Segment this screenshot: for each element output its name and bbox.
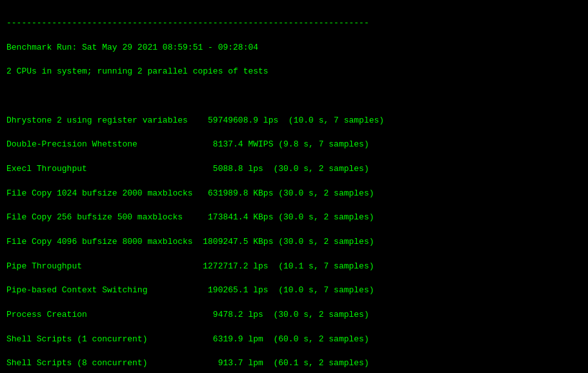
result-row-10: Shell Scripts (8 concurrent) 913.7 lpm (…: [6, 358, 369, 368]
header-line2: 2 CPUs in system; running 2 parallel cop…: [6, 66, 269, 76]
result-row-7: Pipe-based Context Switching 190265.1 lp…: [6, 285, 374, 295]
result-row-2: Execl Throughput 5088.8 lps (30.0 s, 2 s…: [6, 164, 369, 174]
result-row-8: Process Creation 9478.2 lps (30.0 s, 2 s…: [6, 310, 369, 319]
result-row-3: File Copy 1024 bufsize 2000 maxblocks 63…: [6, 188, 374, 198]
result-row-9: Shell Scripts (1 concurrent) 6319.9 lpm …: [6, 334, 369, 344]
separator-top: ----------------------------------------…: [6, 18, 369, 28]
result-row-4: File Copy 256 bufsize 500 maxblocks 1738…: [6, 212, 374, 222]
result-row-0: Dhrystone 2 using register variables 597…: [6, 116, 384, 125]
header-line1: Benchmark Run: Sat May 29 2021 08:59:51 …: [6, 43, 258, 52]
result-row-6: Pipe Throughput 1272717.2 lps (10.1 s, 7…: [6, 261, 374, 271]
result-row-5: File Copy 4096 bufsize 8000 maxblocks 18…: [6, 237, 374, 247]
result-row-1: Double-Precision Whetstone 8137.4 MWIPS …: [6, 139, 369, 149]
terminal-output: ----------------------------------------…: [6, 5, 582, 373]
